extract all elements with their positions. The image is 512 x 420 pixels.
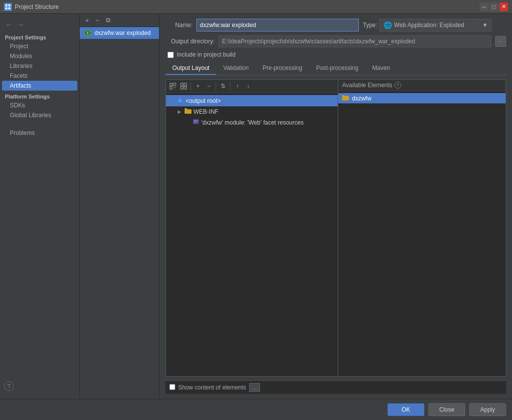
forward-button[interactable]: → <box>16 20 26 30</box>
config-panel: Name: Type: 🌐 Web Application: Exploded … <box>160 14 512 399</box>
sidebar-item-libraries[interactable]: Libraries <box>0 61 79 71</box>
element-dxzwfw-label: dxzwfw <box>352 95 371 102</box>
svg-rect-1 <box>8 4 10 6</box>
close-button[interactable]: ✕ <box>499 2 508 11</box>
help-button[interactable]: ? <box>4 381 14 391</box>
maximize-button[interactable]: □ <box>489 2 498 11</box>
main-panel: Name: Type: 🌐 Web Application: Exploded … <box>160 14 512 399</box>
show-content-label[interactable]: Show content of elements <box>178 384 246 391</box>
title-bar: Project Structure ─ □ ✕ <box>0 0 512 14</box>
app-icon <box>4 3 12 11</box>
layout-bottom-bar: Show content of elements ... <box>165 381 506 394</box>
name-type-row: Name: Type: 🌐 Web Application: Exploded … <box>165 19 506 32</box>
footer: OK Close Apply <box>0 399 512 420</box>
web-inf-folder-icon <box>185 108 192 115</box>
ok-button[interactable]: OK <box>387 403 424 416</box>
svg-rect-8 <box>173 83 176 86</box>
main-container: ← → Project Settings Project Modules Lib… <box>0 14 512 420</box>
tree-item-output-root[interactable]: <output root> <box>166 95 338 106</box>
platform-settings-label: Platform Settings <box>0 91 79 100</box>
include-build-checkbox[interactable] <box>167 52 174 58</box>
add-artifact-button[interactable]: + <box>83 16 92 25</box>
sidebar-item-project[interactable]: Project <box>0 41 79 51</box>
artifact-list: + − ⧉ dxzwfw:war exploded <box>80 14 160 399</box>
svg-rect-16 <box>185 109 192 114</box>
tab-pre-processing[interactable]: Pre-processing <box>256 62 309 75</box>
output-dir-input[interactable] <box>219 35 491 47</box>
add-tree-item-button[interactable]: + <box>193 81 203 91</box>
tree-item-web-inf[interactable]: ▶ WEB-INF <box>166 106 338 117</box>
move-down-button[interactable]: ↓ <box>243 81 253 91</box>
elements-help-icon[interactable]: ? <box>394 82 401 89</box>
tree-item-web-facet[interactable]: 'dxzwfw' module: 'Web' facet resources <box>166 117 338 128</box>
apply-button[interactable]: Apply <box>469 403 506 416</box>
svg-rect-17 <box>185 108 187 110</box>
tree-separator-2 <box>216 82 216 90</box>
sidebar-bottom: ? <box>0 377 79 395</box>
back-button[interactable]: ← <box>4 20 14 30</box>
artifact-item-label: dxzwfw:war exploded <box>95 30 151 36</box>
close-button-footer[interactable]: Close <box>428 403 465 416</box>
window-title: Project Structure <box>15 3 477 10</box>
sidebar-item-modules[interactable]: Modules <box>0 51 79 61</box>
svg-rect-12 <box>184 83 187 86</box>
artifact-toolbar: + − ⧉ <box>80 14 159 27</box>
svg-rect-19 <box>194 120 198 121</box>
sidebar-item-sdks[interactable]: SDKs <box>0 100 79 110</box>
elements-header: Available Elements ? <box>338 80 506 91</box>
sort-tree-button[interactable]: ⇅ <box>218 81 228 91</box>
svg-rect-3 <box>8 7 10 9</box>
tab-maven[interactable]: Maven <box>365 62 397 75</box>
svg-rect-14 <box>184 87 187 89</box>
tab-output-layout[interactable]: Output Layout <box>165 62 216 75</box>
remove-tree-item-button[interactable]: − <box>204 81 214 91</box>
svg-rect-11 <box>181 83 183 86</box>
name-input[interactable] <box>196 19 359 32</box>
sidebar-item-problems[interactable]: Problems <box>0 128 79 138</box>
show-content-check <box>169 384 175 391</box>
tree-area: + − ⇅ ↑ ↓ <box>166 80 338 376</box>
layout-panel: + − ⇅ ↑ ↓ <box>165 79 506 377</box>
web-facet-icon <box>192 118 199 127</box>
svg-rect-9 <box>170 87 172 89</box>
expand-icon-web-inf: ▶ <box>178 109 183 114</box>
svg-rect-23 <box>342 95 345 97</box>
artifact-item-dxzwfw[interactable]: dxzwfw:war exploded <box>80 27 159 39</box>
dots-button[interactable]: ... <box>249 383 260 392</box>
copy-artifact-button[interactable]: ⧉ <box>103 16 112 25</box>
browse-dir-button[interactable]: ⋯ <box>495 36 506 47</box>
tree-item-web-facet-label: 'dxzwfw' module: 'Web' facet resources <box>201 119 304 126</box>
move-up-button[interactable]: ↑ <box>232 81 242 91</box>
output-dir-label: Output directory: <box>165 38 215 45</box>
sidebar-item-artifacts[interactable]: Artifacts <box>2 81 77 91</box>
sidebar: ← → Project Settings Project Modules Lib… <box>0 14 80 399</box>
name-label: Name: <box>165 22 192 29</box>
svg-rect-22 <box>342 96 349 100</box>
show-content-checkbox[interactable] <box>169 384 175 390</box>
tab-validation[interactable]: Validation <box>216 62 256 75</box>
remove-artifact-button[interactable]: − <box>93 16 102 25</box>
tab-post-processing[interactable]: Post-processing <box>309 62 365 75</box>
type-label: Type: <box>363 22 377 29</box>
minimize-button[interactable]: ─ <box>480 2 488 11</box>
svg-rect-0 <box>5 4 7 6</box>
include-build-label[interactable]: Include in project build <box>177 51 235 58</box>
element-item-dxzwfw[interactable]: dxzwfw <box>338 93 506 103</box>
artifact-item-icon <box>84 29 92 37</box>
collapse-tree-button[interactable] <box>179 81 189 91</box>
svg-rect-21 <box>194 122 196 123</box>
tree-item-web-inf-label: WEB-INF <box>193 108 219 115</box>
output-dir-row: Output directory: ⋯ <box>165 35 506 47</box>
expand-tree-button[interactable] <box>168 81 178 91</box>
svg-point-6 <box>87 32 89 34</box>
sidebar-item-global-libraries[interactable]: Global Libraries <box>0 110 79 120</box>
tree-content: <output root> ▶ <box>166 93 338 376</box>
type-value-text: Web Application: Exploded <box>394 22 464 29</box>
middle-area: + − ⧉ dxzwfw:war exploded <box>80 14 512 399</box>
element-dxzwfw-icon <box>342 95 349 102</box>
content-area: ← → Project Settings Project Modules Lib… <box>0 14 512 399</box>
include-build-row: Include in project build <box>165 51 506 58</box>
type-dropdown-button[interactable]: ▼ <box>479 19 491 32</box>
svg-rect-20 <box>194 121 198 122</box>
sidebar-item-facets[interactable]: Facets <box>0 71 79 81</box>
